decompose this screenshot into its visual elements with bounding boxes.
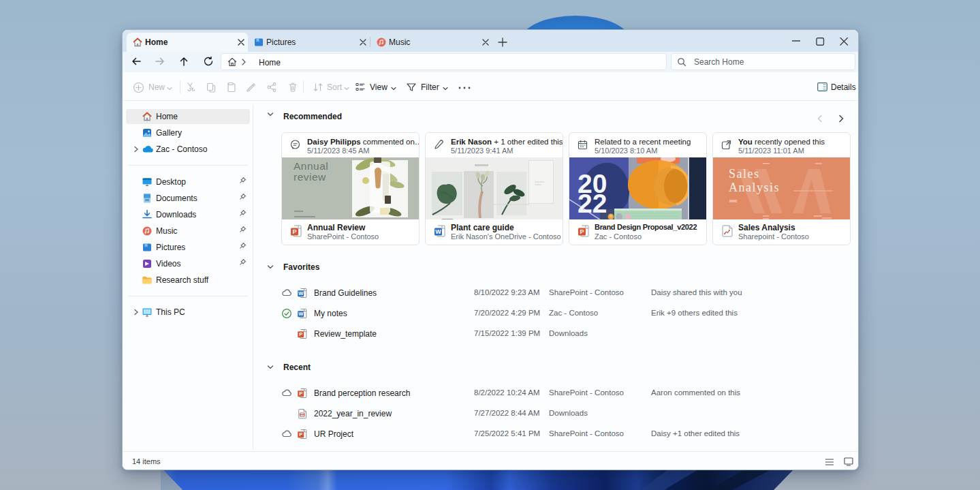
svg-text:P: P [299,391,302,397]
svg-text:W: W [435,228,441,235]
svg-text:P: P [292,228,296,235]
svg-text:Analysis: Analysis [729,181,780,194]
svg-text:Sales: Sales [729,167,760,181]
svg-text:22: 22 [578,189,607,218]
svg-text:W: W [298,290,304,296]
svg-text:W: W [298,311,304,317]
svg-text:P: P [299,431,302,438]
svg-text:P: P [580,228,584,235]
svg-text:P: P [299,331,302,337]
